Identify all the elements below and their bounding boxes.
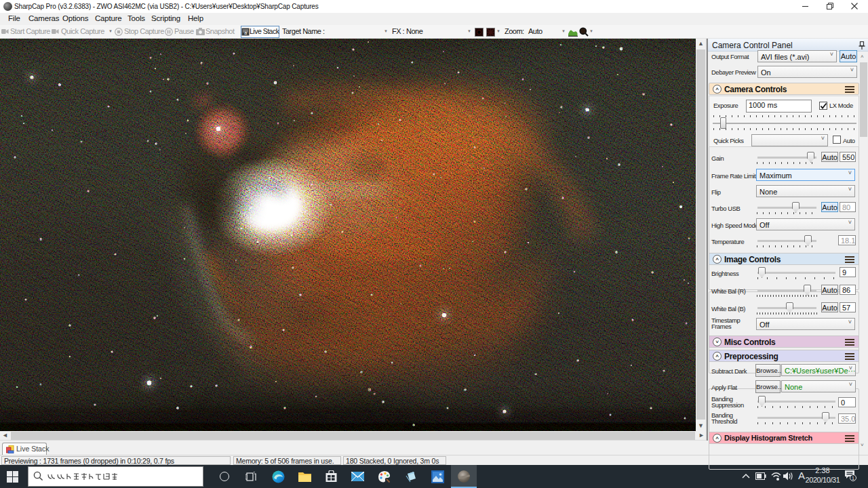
- svg-text:1: 1: [852, 476, 854, 481]
- svg-text:a: a: [244, 30, 247, 35]
